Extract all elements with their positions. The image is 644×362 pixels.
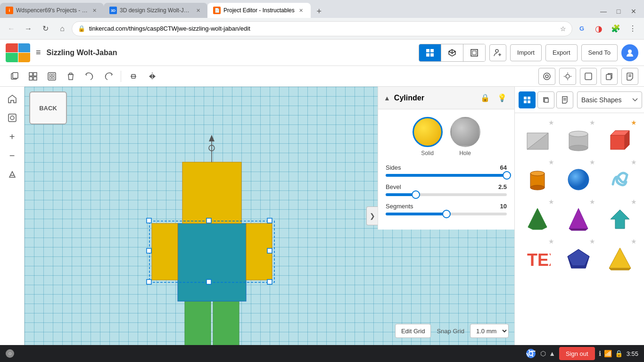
restore-button[interactable]: □ [612, 5, 625, 18]
shape-mode-button[interactable] [580, 68, 597, 85]
svg-rect-53 [206, 280, 211, 284]
shape-pyramid-green[interactable]: ★ [519, 196, 556, 234]
back-button[interactable]: BACK [29, 91, 67, 124]
3d-view-button[interactable] [441, 44, 463, 61]
panel-lock-button[interactable]: 🔒 [479, 91, 492, 105]
tab-1[interactable]: i Wdspencer69's Projects - Instru... ✕ [0, 3, 104, 18]
shape-star-pyramid-green[interactable]: ★ [548, 198, 554, 206]
snap-grid-select[interactable]: 1.0 mm 0.5 mm 2.0 mm [470, 324, 509, 338]
shape-star-knot[interactable]: ★ [631, 158, 637, 166]
shape-star-cylinder-orange[interactable]: ★ [548, 158, 554, 166]
shapes-notes-view-button[interactable] [556, 91, 573, 108]
panel-arrow-button[interactable]: ❯ [366, 206, 378, 225]
shape-star-pyramid-purple[interactable]: ★ [589, 198, 595, 206]
svg-point-70 [569, 145, 588, 151]
shape-star-pyramid-yellow[interactable]: ★ [631, 238, 637, 245]
shape-text[interactable]: ★ TEXT [519, 236, 556, 273]
shape-cylinder-gray[interactable]: ★ [560, 117, 597, 155]
redo-button[interactable] [100, 68, 117, 85]
group-button[interactable] [25, 68, 41, 85]
notes-button[interactable] [621, 68, 638, 85]
close-browser-button[interactable]: ✕ [627, 5, 640, 18]
export-button[interactable]: Export [545, 44, 578, 61]
import-button[interactable]: Import [510, 44, 542, 61]
shape-sphere[interactable]: ★ [560, 156, 597, 194]
shape-star-sphere[interactable]: ★ [589, 158, 595, 166]
box-view-button[interactable] [463, 44, 485, 61]
shape-star-pentagon[interactable]: ★ [589, 238, 595, 245]
sign-out-button[interactable]: Sign out [559, 347, 595, 360]
refresh-button[interactable]: ↻ [38, 21, 53, 36]
zoom-in-button[interactable]: + [4, 128, 21, 145]
canvas-area[interactable]: BACK [25, 87, 514, 345]
bevel-slider[interactable] [386, 193, 507, 196]
shape-star-text[interactable]: ★ [548, 238, 554, 245]
new-tab-button[interactable]: + [313, 5, 326, 18]
shapes-corner-view-button[interactable] [537, 91, 554, 108]
shape-box-red[interactable]: ★ [601, 117, 639, 155]
home-view-button[interactable] [4, 90, 21, 107]
view-copy-button[interactable] [601, 68, 618, 85]
bookmark-icon[interactable]: ☆ [560, 25, 566, 33]
profile-icon[interactable]: ◑ [591, 21, 606, 36]
property-panel: ▲ Cylinder 🔒 💡 Solid [378, 87, 514, 230]
shape-arrow[interactable]: ★ [601, 196, 639, 234]
back-nav-button[interactable]: ← [4, 21, 19, 36]
delete-button[interactable] [62, 68, 79, 85]
segments-slider[interactable] [386, 213, 507, 215]
avatar-button[interactable] [621, 44, 638, 61]
home-button[interactable]: ⌂ [55, 21, 70, 36]
light-button[interactable] [559, 68, 576, 85]
mirror-button[interactable] [144, 68, 161, 85]
workspace: + − BACK [0, 87, 644, 345]
property-panel-container: ▲ Cylinder 🔒 💡 Solid [378, 87, 514, 345]
shape-cylinder-orange[interactable]: ★ [519, 156, 556, 194]
tab-close-3[interactable]: ✕ [297, 7, 305, 14]
shape-star-wedge[interactable]: ★ [548, 119, 554, 126]
solid-option[interactable]: Solid [413, 117, 443, 156]
perspective-button[interactable] [4, 166, 21, 183]
duplicate-button[interactable] [6, 68, 23, 85]
fit-view-button[interactable] [4, 109, 21, 126]
svg-marker-86 [609, 248, 631, 268]
shape-star-cylinder-gray[interactable]: ★ [589, 119, 595, 126]
svg-marker-25 [149, 74, 152, 79]
ungroup-button[interactable] [43, 68, 60, 85]
shapes-category-dropdown[interactable]: Basic Shapes Text & Numbers Symbols Conn… [577, 91, 642, 108]
undo-button[interactable] [81, 68, 98, 85]
tinkercad-logo[interactable] [6, 43, 30, 62]
sides-slider[interactable] [386, 174, 507, 177]
shape-pyramid-yellow[interactable]: ★ [601, 236, 639, 273]
shape-pyramid-purple[interactable]: ★ [560, 196, 597, 234]
hole-option[interactable]: Hole [450, 117, 480, 156]
segments-label: Segments [386, 203, 413, 210]
tab-3[interactable]: 📄 Project Editor - Instructables ✕ [207, 3, 311, 18]
minimize-button[interactable]: — [597, 5, 610, 18]
shape-star-box[interactable]: ★ [631, 119, 637, 126]
shapes-grid-view-button[interactable] [519, 91, 536, 108]
forward-nav-button[interactable]: → [21, 21, 36, 36]
grid-view-button[interactable] [419, 44, 441, 61]
tab-2[interactable]: 3D 3D design Sizzling Wolt-Jaban |... ✕ [104, 3, 207, 18]
shape-star-arrow[interactable]: ★ [631, 198, 637, 206]
tab-close-1[interactable]: ✕ [91, 7, 98, 14]
extensions-button[interactable]: 🧩 [608, 21, 623, 36]
shape-knot[interactable]: ★ [601, 156, 639, 194]
wifi-status-icon: 📶 [604, 350, 612, 357]
menu-icon[interactable]: ≡ [36, 48, 41, 58]
zoom-out-button[interactable]: − [4, 147, 21, 164]
chrome-menu-button[interactable]: ⋮ [625, 21, 640, 36]
sendto-button[interactable]: Send To [581, 44, 618, 61]
svg-rect-51 [267, 280, 272, 284]
tab-close-2[interactable]: ✕ [194, 7, 202, 14]
panel-collapse-button[interactable]: ▲ [384, 94, 390, 102]
shape-wedge[interactable]: ★ [519, 117, 556, 155]
camera-view-button[interactable] [538, 68, 555, 85]
google-icon[interactable]: G [574, 21, 589, 36]
add-person-button[interactable] [489, 44, 506, 61]
panel-light-button[interactable]: 💡 [495, 91, 509, 105]
address-input-wrap[interactable]: 🔒 tinkercad.com/things/casp8CTWjwe-sizzl… [72, 21, 572, 36]
shape-pentagon[interactable]: ★ [560, 236, 597, 273]
align-button[interactable] [125, 68, 142, 85]
edit-grid-button[interactable]: Edit Grid [395, 324, 431, 338]
